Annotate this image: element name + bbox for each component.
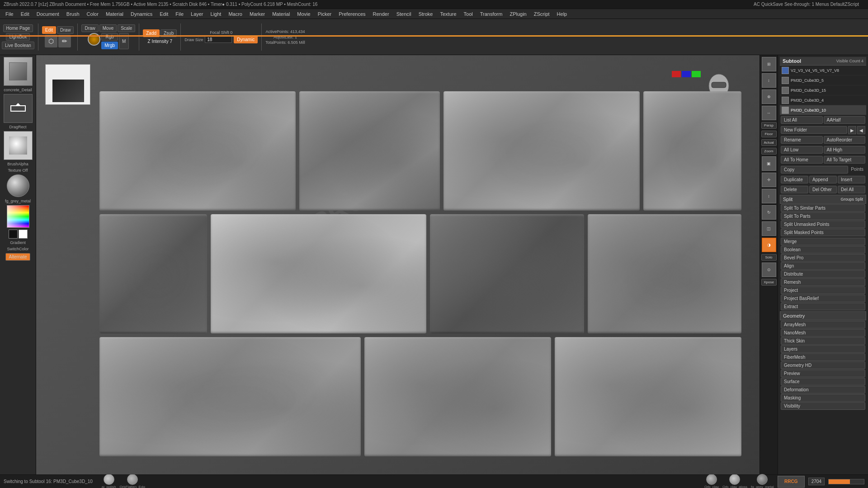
- delete-btn[interactable]: Delete: [781, 186, 808, 193]
- folder-icon-btn[interactable]: ▶: [848, 126, 856, 134]
- drag-rect-brush[interactable]: [4, 94, 33, 123]
- menu-edit2[interactable]: Edit: [156, 10, 172, 18]
- folder-icon-btn2[interactable]: ◀: [857, 126, 865, 134]
- split-masked-btn[interactable]: Split Masked Points: [781, 229, 865, 236]
- preview-btn[interactable]: Preview: [781, 370, 865, 377]
- split-section-header[interactable]: Split Groups Split: [780, 195, 866, 204]
- array-mesh-btn[interactable]: ArrayMesh: [781, 321, 865, 328]
- del-all-btn[interactable]: Del All: [838, 186, 865, 193]
- draw-icon[interactable]: ✏: [58, 35, 71, 47]
- menu-render[interactable]: Render: [369, 10, 393, 18]
- menu-stencil[interactable]: Stencil: [393, 10, 415, 18]
- nano-mesh-btn[interactable]: NanoMesh: [781, 329, 865, 337]
- menu-layer[interactable]: Layer: [187, 10, 207, 18]
- bottom-brush-5[interactable]: fg_grey_metal: [751, 474, 774, 488]
- split-to-parts-btn[interactable]: Split To Parts: [781, 212, 865, 220]
- home-page-tab[interactable]: Home Page: [3, 24, 33, 32]
- material-sphere[interactable]: [7, 174, 29, 197]
- bevel-pro-btn[interactable]: Bevel Pro: [781, 254, 865, 262]
- surface-btn[interactable]: Surface: [781, 378, 865, 385]
- subtool-v2[interactable]: V2_V3_V4_V5_V6_V7_V8: [780, 66, 866, 75]
- menu-stroke[interactable]: Stroke: [415, 10, 437, 18]
- distribute-btn[interactable]: Distribute: [781, 270, 865, 278]
- menu-material[interactable]: Material: [102, 10, 127, 18]
- bottom-brush-4[interactable]: Orb_clay_gloss: [722, 474, 747, 488]
- frame-icon[interactable]: ▣: [762, 156, 776, 171]
- nav-icon-2[interactable]: ↕: [762, 73, 776, 88]
- bg-color[interactable]: [9, 230, 18, 239]
- zoom-btn[interactable]: Zoom: [761, 148, 777, 155]
- nav-icon-1[interactable]: ⊞: [762, 57, 776, 71]
- menu-zscript[interactable]: ZScript: [530, 10, 553, 18]
- menu-picker[interactable]: Picker: [314, 10, 335, 18]
- canvas-area[interactable]: 素材 RRCG 素材 RRCG: [36, 55, 760, 474]
- bottom-brush-3[interactable]: Orb_clay: [704, 474, 719, 488]
- polyf-icon[interactable]: ◫: [762, 221, 776, 236]
- all-low-btn[interactable]: All Low: [781, 146, 823, 154]
- fg-color[interactable]: [19, 230, 28, 239]
- masking-btn[interactable]: Masking: [781, 394, 865, 402]
- rotate-btn[interactable]: Scale: [118, 24, 135, 32]
- dynamic-btn[interactable]: Dynamic: [234, 36, 258, 43]
- lightbox-tab[interactable]: LightBox: [6, 33, 30, 41]
- auto-reorder-btn[interactable]: AutoReorder: [824, 136, 866, 144]
- canvas-preview[interactable]: [45, 64, 90, 105]
- append-btn[interactable]: Append: [809, 176, 837, 183]
- persp-btn[interactable]: Persp: [761, 122, 777, 129]
- menu-preferences[interactable]: Preferences: [335, 10, 369, 18]
- edit-btn[interactable]: Edit: [42, 26, 56, 34]
- subtool-cube10[interactable]: PM3D_Cube3D_10: [780, 105, 866, 115]
- visibility-btn[interactable]: Visibility: [781, 402, 865, 410]
- bottom-brush-1[interactable]: aj_polish: [102, 474, 116, 488]
- project-basrelief-btn[interactable]: Project BasRelief: [781, 295, 865, 302]
- mrgb-btn[interactable]: Mrgb: [101, 42, 118, 49]
- menu-document[interactable]: Document: [33, 10, 63, 18]
- menu-zplugin[interactable]: ZPlugin: [506, 10, 530, 18]
- menu-movie[interactable]: Movie: [293, 10, 314, 18]
- actual-btn[interactable]: Actual: [761, 139, 777, 146]
- subtool-cube4[interactable]: PM3D_Cube3D_4: [780, 95, 866, 105]
- groups-split-btn[interactable]: Groups Split: [840, 197, 863, 202]
- move-btn[interactable]: Draw: [81, 24, 98, 32]
- rotate-icon[interactable]: ↻: [762, 205, 776, 220]
- deformation-btn[interactable]: Deformation: [781, 386, 865, 394]
- menu-file[interactable]: File: [2, 10, 17, 18]
- merge-btn[interactable]: Merge: [781, 238, 865, 245]
- aahalf-btn[interactable]: AAHalf: [824, 116, 866, 124]
- scale-btn[interactable]: Move: [99, 24, 117, 32]
- fiber-mesh-btn[interactable]: FiberMesh: [781, 353, 865, 361]
- menu-transform[interactable]: Transform: [476, 10, 506, 18]
- project-btn[interactable]: Project: [781, 286, 865, 294]
- menu-file2[interactable]: File: [172, 10, 187, 18]
- gizmo-icon[interactable]: ✛: [762, 173, 776, 187]
- solo-btn[interactable]: Solo: [761, 254, 777, 261]
- split-to-similar-btn[interactable]: Split To Similar Parts: [781, 204, 865, 212]
- bottom-brush-2[interactable]: OrbFlatten_Edg: [119, 474, 145, 488]
- menu-help[interactable]: Help: [553, 10, 571, 18]
- menu-macro[interactable]: Macro: [225, 10, 246, 18]
- menu-edit[interactable]: Edit: [17, 10, 33, 18]
- menu-color[interactable]: Color: [83, 10, 102, 18]
- all-to-target-btn[interactable]: All To Target: [824, 156, 866, 164]
- menu-marker[interactable]: Marker: [246, 10, 269, 18]
- insert-btn[interactable]: Insert: [838, 176, 865, 183]
- menu-dynamics[interactable]: Dynamics: [127, 10, 156, 18]
- new-folder-btn[interactable]: New Folder: [781, 126, 847, 134]
- menu-material2[interactable]: Material: [269, 10, 293, 18]
- list-all-btn[interactable]: List All: [781, 116, 823, 124]
- thick-skin-btn[interactable]: Thick Skin: [781, 337, 865, 345]
- extract-btn[interactable]: Extract: [781, 303, 865, 310]
- nav-icon-4[interactable]: ↔: [762, 106, 776, 120]
- floor-btn[interactable]: Floor: [761, 131, 777, 137]
- draw-mode-btn[interactable]: Draw: [57, 26, 74, 34]
- menu-tool[interactable]: Tool: [460, 10, 476, 18]
- geometry-section-header[interactable]: Geometry: [780, 311, 866, 320]
- all-to-home-btn[interactable]: All To Home: [781, 156, 823, 164]
- transp-icon[interactable]: ◑: [762, 238, 776, 252]
- rename-btn[interactable]: Rename: [781, 136, 823, 144]
- align-btn[interactable]: Align: [781, 262, 865, 270]
- alternate-btn[interactable]: Alternate: [5, 253, 30, 261]
- menu-brush[interactable]: Brush: [63, 10, 83, 18]
- concrete-detail-brush[interactable]: [4, 57, 33, 86]
- move-icon[interactable]: ↕: [762, 189, 776, 203]
